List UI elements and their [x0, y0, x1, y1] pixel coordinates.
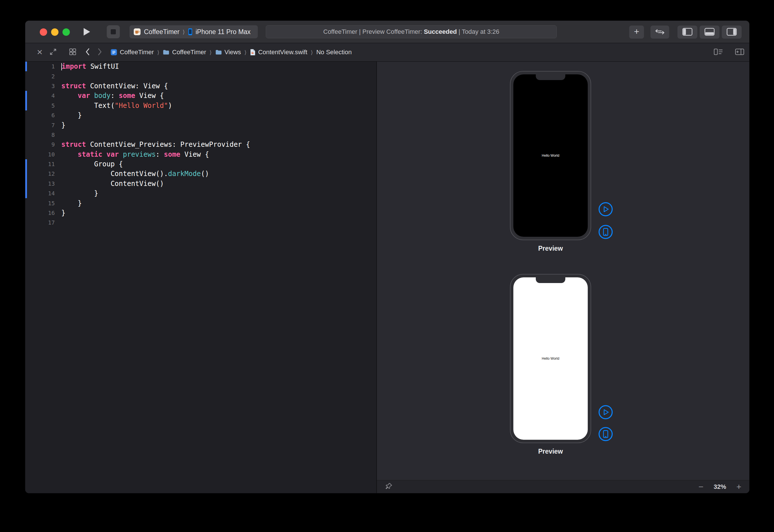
breadcrumb-label: CoffeeTimer [172, 49, 206, 56]
code-line[interactable]: 2 [25, 71, 376, 81]
device-bezel: Hello World [510, 274, 591, 443]
line-number: 7 [25, 122, 60, 129]
back-button[interactable] [85, 48, 90, 56]
breadcrumb-item[interactable]: ContentView.swift [250, 49, 307, 56]
change-indicator [25, 188, 27, 198]
code-line[interactable]: 1import SwiftUI [25, 62, 376, 71]
editor-options-button[interactable] [714, 49, 723, 56]
status-prefix: CoffeeTimer | Preview CoffeeTimer: [323, 28, 424, 35]
breadcrumb-label: No Selection [316, 49, 352, 56]
line-number: 16 [25, 210, 60, 216]
change-indicator [25, 150, 27, 159]
code-editor[interactable]: 1import SwiftUI23struct ContentView: Vie… [25, 62, 376, 493]
scheme-separator: ⟩ [183, 29, 185, 35]
change-indicator [25, 101, 27, 110]
line-number: 9 [25, 141, 60, 148]
preview-canvas: Hello World Preview H [377, 62, 749, 493]
window-zoom-button[interactable] [62, 28, 70, 36]
code-line[interactable]: 9struct ContentView_Previews: PreviewPro… [25, 140, 376, 149]
editor-mode-button[interactable] [650, 26, 669, 39]
grid-icon [69, 49, 76, 56]
code-line[interactable]: 5 Text("Hello World") [25, 101, 376, 110]
window-minimize-button[interactable] [51, 28, 58, 36]
change-indicator [25, 120, 27, 130]
preview-on-device-button-light[interactable] [598, 427, 613, 441]
line-number: 10 [25, 151, 60, 158]
code-line[interactable]: 11 Group { [25, 159, 376, 169]
code-line[interactable]: 6 } [25, 110, 376, 120]
breadcrumb-item[interactable]: Views [215, 49, 241, 56]
change-indicator [25, 198, 27, 208]
folder-icon [163, 49, 170, 55]
debug-area-toggle-button[interactable] [700, 26, 719, 39]
focus-editor-button[interactable] [50, 49, 57, 56]
navigator-toggle-button[interactable] [677, 26, 697, 39]
close-editor-button[interactable]: ✕ [37, 49, 43, 56]
code-line[interactable]: 16} [25, 208, 376, 218]
zoom-out-button[interactable]: − [698, 483, 704, 491]
line-number: 15 [25, 200, 60, 207]
scheme-selector[interactable]: CoffeeTimer ⟩ iPhone 11 Pro Max [129, 25, 258, 38]
line-number: 4 [25, 92, 60, 99]
folder-icon [215, 49, 222, 55]
zoom-in-button[interactable]: + [736, 483, 741, 491]
status-result: Succeeded [424, 28, 457, 35]
code-line[interactable]: 13 ContentView() [25, 179, 376, 188]
line-number: 3 [25, 83, 60, 89]
code-line[interactable]: 17 [25, 218, 376, 227]
add-editor-button[interactable] [735, 49, 744, 56]
window-close-button[interactable] [40, 28, 47, 36]
pin-icon [385, 482, 393, 491]
code-line[interactable]: 7} [25, 120, 376, 130]
device-screen-light[interactable]: Hello World [513, 277, 588, 440]
code-text: ContentView().darkMode() [60, 170, 209, 178]
code-line[interactable]: 10 static var previews: some View { [25, 150, 376, 159]
app-scheme-icon [133, 28, 141, 35]
canvas-bottom-bar: − 32% + [377, 480, 749, 493]
code-text: } [60, 111, 82, 119]
panel-left-icon [682, 28, 693, 37]
iphone-icon [188, 28, 193, 35]
zoom-controls: − 32% + [698, 483, 741, 491]
live-preview-button-light[interactable] [598, 405, 613, 420]
code-line[interactable]: 3struct ContentView: View { [25, 81, 376, 91]
status-suffix: | Today at 3:26 [457, 28, 499, 35]
zoom-level: 32% [714, 483, 726, 491]
code-line[interactable]: 14 } [25, 188, 376, 198]
pin-preview-button[interactable] [385, 482, 393, 491]
code-lines: 1import SwiftUI23struct ContentView: Vie… [25, 62, 376, 228]
related-items-button[interactable] [69, 49, 76, 56]
live-preview-button-dark[interactable] [598, 202, 613, 217]
add-editor-icon [735, 49, 744, 56]
stop-button[interactable] [107, 25, 120, 38]
change-indicator [25, 218, 27, 227]
device-screen-dark[interactable]: Hello World [513, 74, 588, 237]
inspector-toggle-button[interactable] [722, 26, 742, 39]
line-number: 13 [25, 180, 60, 187]
focus-arrows-icon [50, 49, 57, 56]
run-button[interactable] [80, 27, 93, 37]
change-indicator [25, 159, 27, 169]
preview-on-device-button-dark[interactable] [598, 225, 613, 239]
line-number: 5 [25, 102, 60, 109]
forward-button[interactable] [98, 48, 102, 56]
code-line[interactable]: 15 } [25, 198, 376, 208]
breadcrumb-item[interactable]: CoffeeTimer [163, 49, 206, 56]
close-icon: ✕ [37, 49, 43, 56]
change-indicator [25, 169, 27, 179]
code-text: } [60, 121, 65, 129]
change-indicator [25, 81, 27, 91]
xcode-window: CoffeeTimer ⟩ iPhone 11 Pro Max CoffeeTi… [25, 20, 750, 493]
breadcrumb-item[interactable]: CoffeeTimer [110, 49, 154, 56]
code-line[interactable]: 8 [25, 130, 376, 140]
code-line[interactable]: 4 var body: some View { [25, 91, 376, 100]
device-notch [536, 277, 565, 283]
library-add-button[interactable]: + [629, 26, 644, 39]
code-line[interactable]: 12 ContentView().darkMode() [25, 169, 376, 179]
jump-bar: ✕ CoffeeTimer⟩CoffeeTimer⟩Views⟩ContentV… [25, 43, 749, 62]
device-circle-icon [598, 225, 613, 239]
code-text: } [60, 189, 98, 197]
line-number: 6 [25, 112, 60, 119]
breadcrumb-item[interactable]: No Selection [316, 49, 352, 56]
panel-bottom-icon [704, 28, 715, 37]
